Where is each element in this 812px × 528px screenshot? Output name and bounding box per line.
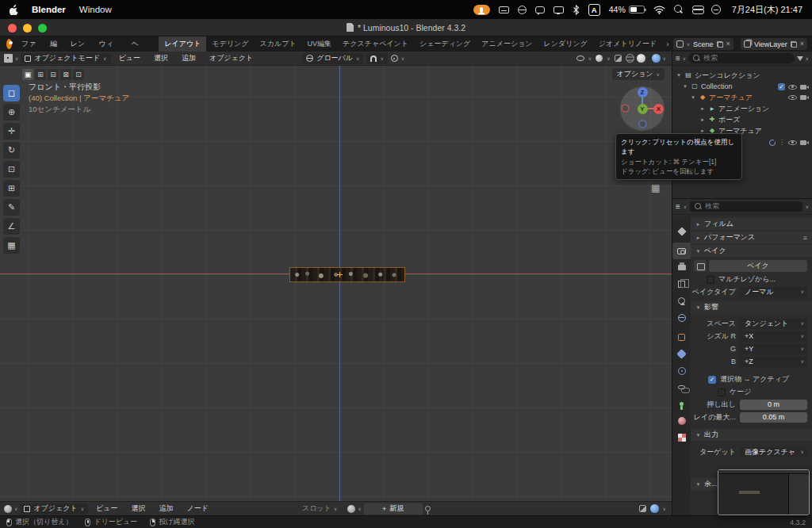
keyboard-icon[interactable] [499,6,509,13]
caret-down-icon[interactable]: ∨ [806,56,809,61]
armature-object[interactable] [289,267,405,282]
hide-viewport-icon[interactable] [788,84,797,90]
texture-tab[interactable] [672,429,691,446]
viewport-menu-add[interactable]: 追加 [176,53,201,63]
overlays-icon[interactable] [596,55,603,62]
remove-view-layer-button[interactable]: × [800,40,804,48]
menu-edit[interactable]: 編集 [44,36,64,52]
film-panel-header[interactable]: ▸ フィルム [691,218,812,230]
row-label[interactable]: アニメーション [718,104,769,114]
input-source-indicator[interactable]: A [588,4,600,16]
bake-type-dropdown[interactable]: ノーマル ∨ [740,287,807,297]
workspace-tab-layout[interactable]: レイアウト [159,36,206,52]
select-mode-extend-icon[interactable]: ⊞ [35,69,46,80]
bake-panel-header[interactable]: ▾ ベイク [691,245,812,257]
editor-type-icon[interactable] [4,54,13,63]
display-mirroring-icon[interactable] [553,6,564,13]
row-label[interactable]: アーマチュア [709,93,753,103]
outliner-row-pose[interactable]: ▸ ✚ ポーズ [672,114,812,125]
caret-down-icon[interactable]: ∨ [683,56,686,61]
bake-button[interactable]: ベイク [709,260,807,272]
object-visibility-icon[interactable] [576,55,584,61]
battery-indicator[interactable]: 44% [609,5,645,14]
outliner-row-armature-object[interactable]: ▾ ◆ アーマチュア [672,92,812,103]
scene-tab[interactable] [672,293,691,309]
view-layer-tab[interactable] [672,276,691,293]
bake-render-icon[interactable] [694,260,707,272]
modifiers-tab[interactable] [672,346,691,362]
select-mode-invert-icon[interactable]: ⊠ [60,69,71,80]
xray-toggle-icon[interactable] [615,55,622,62]
multires-checkbox[interactable] [707,276,714,284]
workspace-tab-shading[interactable]: シェーディング [414,36,476,52]
physics-tab[interactable] [672,362,691,379]
swizzle-r-dropdown[interactable]: +X ∨ [740,331,807,342]
caret-down-icon[interactable]: ∨ [663,507,666,511]
hide-viewport-icon[interactable] [788,140,797,146]
scale-tool[interactable]: ⊡ [3,161,20,178]
chat-icon[interactable] [535,6,545,13]
disable-render-icon[interactable] [800,94,809,101]
selected-to-active-checkbox[interactable]: ✓ [708,376,716,384]
viewport-menu-view[interactable]: ビュー [113,53,146,63]
object-data-tab[interactable] [672,396,691,412]
options-dropdown[interactable]: オプション ∨ [612,68,665,80]
world-tab[interactable] [672,309,691,326]
material-shading-active[interactable] [648,58,649,59]
annotate-tool[interactable]: ✎ [3,199,20,216]
caret-down-icon[interactable]: ∨ [334,507,337,511]
hide-viewport-icon[interactable] [788,94,797,101]
select-mode-subtract-icon[interactable]: ⊟ [48,69,59,80]
globe-icon[interactable] [518,6,527,14]
preset-list-icon[interactable]: ≡ [803,234,807,242]
slot-label[interactable]: スロット [302,503,331,514]
apple-menu-icon[interactable] [10,5,18,15]
rendered-shading-icon[interactable] [652,54,661,63]
wireframe-shading-icon[interactable] [626,54,634,63]
target-dropdown[interactable]: 画像テクスチャ ∨ [740,447,807,457]
filter-icon[interactable] [797,56,803,61]
menu-help[interactable]: ヘルプ [124,36,149,52]
navigation-gizmo[interactable]: Z X Y [620,86,665,131]
shader-editor-icon[interactable] [4,505,12,513]
workspace-tab-modeling[interactable]: モデリング [206,36,254,52]
new-material-button[interactable]: + 新規 [364,503,423,515]
output-tab[interactable] [672,259,691,276]
select-mode-intersect-icon[interactable]: ⊡ [73,69,84,80]
bluetooth-icon[interactable] [573,5,580,15]
workspace-tab-texture-paint[interactable]: テクスチャペイント [337,36,414,52]
workspace-tab-rendering[interactable]: レンダリング [538,36,593,52]
select-mode-set-icon[interactable]: ▣ [22,69,33,80]
app-menu-title[interactable]: Blender [32,5,66,14]
measure-tool[interactable]: ∠ [3,218,20,235]
fullscreen-window-button[interactable] [38,24,47,33]
outliner-row-animation[interactable]: ▸ ▶ アニメーション [672,103,812,114]
collection-checkbox[interactable]: ✓ [778,83,785,90]
caret-down-icon[interactable]: ∨ [663,56,666,61]
gizmo-y-axis[interactable]: Y [638,104,648,114]
swizzle-b-dropdown[interactable]: +Z ∨ [740,357,807,367]
swizzle-g-dropdown[interactable]: +Y ∨ [740,344,807,354]
tool-tab[interactable] [672,223,691,239]
viewport-3d[interactable]: ▣ ⊞ ⊟ ⊠ ⊡ フロント・平行投影 (40) Collection | アー… [0,66,672,501]
mic-in-use-indicator[interactable] [473,5,490,15]
outliner-editor-icon[interactable]: ≡ [676,55,680,63]
extrusion-field[interactable]: 0 m [740,400,807,410]
snap-node-icon[interactable] [639,505,646,512]
mode-dropdown[interactable]: オブジェクトモード ∨ [21,53,110,64]
cursor-tool[interactable]: ⊕ [3,104,20,121]
snap-dropdown[interactable]: ∨ [366,53,387,64]
gizmo-negative-z-axis[interactable] [638,120,647,128]
disable-render-icon[interactable] [800,140,809,146]
gizmo-z-axis[interactable]: Z [638,87,648,98]
proportional-edit-icon[interactable] [391,55,398,62]
tweak-select-tool[interactable]: ◻ [3,85,20,101]
view-layer-selector[interactable]: ViewLayer × [741,38,807,50]
caret-down-icon[interactable]: ∨ [607,56,610,61]
row-label[interactable]: Collection [701,82,733,90]
workspace-tab-animation[interactable]: アニメーション [476,36,538,52]
spotlight-icon[interactable] [674,5,684,14]
window-menu[interactable]: Window [79,5,112,14]
transform-tool[interactable]: ⊞ [3,180,20,197]
caret-down-icon[interactable]: ∨ [806,205,809,209]
